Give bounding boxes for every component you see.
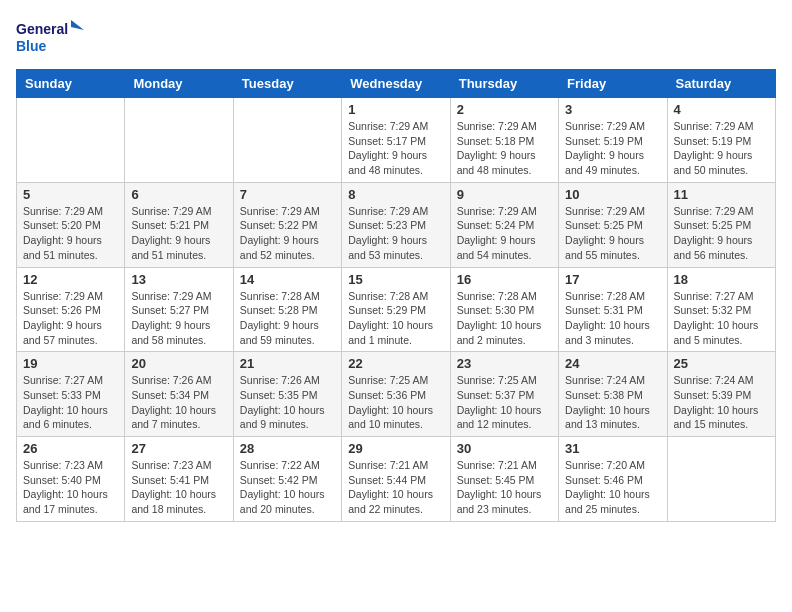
- day-number: 5: [23, 187, 118, 202]
- day-number: 15: [348, 272, 443, 287]
- day-info: Sunrise: 7:24 AM Sunset: 5:39 PM Dayligh…: [674, 373, 769, 432]
- day-number: 17: [565, 272, 660, 287]
- calendar-cell: 20Sunrise: 7:26 AM Sunset: 5:34 PM Dayli…: [125, 352, 233, 437]
- day-info: Sunrise: 7:21 AM Sunset: 5:44 PM Dayligh…: [348, 458, 443, 517]
- calendar-cell: 17Sunrise: 7:28 AM Sunset: 5:31 PM Dayli…: [559, 267, 667, 352]
- day-info: Sunrise: 7:29 AM Sunset: 5:26 PM Dayligh…: [23, 289, 118, 348]
- calendar-cell: 9Sunrise: 7:29 AM Sunset: 5:24 PM Daylig…: [450, 182, 558, 267]
- day-number: 19: [23, 356, 118, 371]
- calendar-cell: 6Sunrise: 7:29 AM Sunset: 5:21 PM Daylig…: [125, 182, 233, 267]
- calendar-cell: 23Sunrise: 7:25 AM Sunset: 5:37 PM Dayli…: [450, 352, 558, 437]
- day-info: Sunrise: 7:29 AM Sunset: 5:27 PM Dayligh…: [131, 289, 226, 348]
- day-info: Sunrise: 7:29 AM Sunset: 5:20 PM Dayligh…: [23, 204, 118, 263]
- calendar-cell: 2Sunrise: 7:29 AM Sunset: 5:18 PM Daylig…: [450, 98, 558, 183]
- calendar-cell: 28Sunrise: 7:22 AM Sunset: 5:42 PM Dayli…: [233, 437, 341, 522]
- calendar-cell: 13Sunrise: 7:29 AM Sunset: 5:27 PM Dayli…: [125, 267, 233, 352]
- day-info: Sunrise: 7:21 AM Sunset: 5:45 PM Dayligh…: [457, 458, 552, 517]
- weekday-sunday: Sunday: [17, 70, 125, 98]
- weekday-saturday: Saturday: [667, 70, 775, 98]
- day-number: 11: [674, 187, 769, 202]
- day-info: Sunrise: 7:29 AM Sunset: 5:18 PM Dayligh…: [457, 119, 552, 178]
- day-number: 2: [457, 102, 552, 117]
- day-info: Sunrise: 7:25 AM Sunset: 5:36 PM Dayligh…: [348, 373, 443, 432]
- day-info: Sunrise: 7:29 AM Sunset: 5:24 PM Dayligh…: [457, 204, 552, 263]
- calendar-cell: 8Sunrise: 7:29 AM Sunset: 5:23 PM Daylig…: [342, 182, 450, 267]
- day-info: Sunrise: 7:29 AM Sunset: 5:19 PM Dayligh…: [565, 119, 660, 178]
- calendar-cell: 16Sunrise: 7:28 AM Sunset: 5:30 PM Dayli…: [450, 267, 558, 352]
- calendar-cell: 24Sunrise: 7:24 AM Sunset: 5:38 PM Dayli…: [559, 352, 667, 437]
- day-info: Sunrise: 7:29 AM Sunset: 5:25 PM Dayligh…: [674, 204, 769, 263]
- day-number: 27: [131, 441, 226, 456]
- calendar-cell: 1Sunrise: 7:29 AM Sunset: 5:17 PM Daylig…: [342, 98, 450, 183]
- week-row-3: 12Sunrise: 7:29 AM Sunset: 5:26 PM Dayli…: [17, 267, 776, 352]
- day-info: Sunrise: 7:20 AM Sunset: 5:46 PM Dayligh…: [565, 458, 660, 517]
- weekday-tuesday: Tuesday: [233, 70, 341, 98]
- day-number: 28: [240, 441, 335, 456]
- calendar-cell: 5Sunrise: 7:29 AM Sunset: 5:20 PM Daylig…: [17, 182, 125, 267]
- calendar-cell: 29Sunrise: 7:21 AM Sunset: 5:44 PM Dayli…: [342, 437, 450, 522]
- day-info: Sunrise: 7:24 AM Sunset: 5:38 PM Dayligh…: [565, 373, 660, 432]
- day-info: Sunrise: 7:26 AM Sunset: 5:34 PM Dayligh…: [131, 373, 226, 432]
- weekday-wednesday: Wednesday: [342, 70, 450, 98]
- day-number: 16: [457, 272, 552, 287]
- week-row-1: 1Sunrise: 7:29 AM Sunset: 5:17 PM Daylig…: [17, 98, 776, 183]
- logo-svg: GeneralBlue: [16, 16, 86, 61]
- weekday-header-row: SundayMondayTuesdayWednesdayThursdayFrid…: [17, 70, 776, 98]
- day-number: 25: [674, 356, 769, 371]
- day-info: Sunrise: 7:22 AM Sunset: 5:42 PM Dayligh…: [240, 458, 335, 517]
- day-info: Sunrise: 7:27 AM Sunset: 5:32 PM Dayligh…: [674, 289, 769, 348]
- day-info: Sunrise: 7:29 AM Sunset: 5:22 PM Dayligh…: [240, 204, 335, 263]
- day-info: Sunrise: 7:23 AM Sunset: 5:40 PM Dayligh…: [23, 458, 118, 517]
- calendar-body: 1Sunrise: 7:29 AM Sunset: 5:17 PM Daylig…: [17, 98, 776, 522]
- day-info: Sunrise: 7:26 AM Sunset: 5:35 PM Dayligh…: [240, 373, 335, 432]
- day-number: 21: [240, 356, 335, 371]
- day-number: 24: [565, 356, 660, 371]
- calendar-table: SundayMondayTuesdayWednesdayThursdayFrid…: [16, 69, 776, 522]
- calendar-cell: 15Sunrise: 7:28 AM Sunset: 5:29 PM Dayli…: [342, 267, 450, 352]
- calendar-cell: [125, 98, 233, 183]
- calendar-cell: [667, 437, 775, 522]
- day-info: Sunrise: 7:28 AM Sunset: 5:30 PM Dayligh…: [457, 289, 552, 348]
- svg-text:Blue: Blue: [16, 38, 47, 54]
- weekday-monday: Monday: [125, 70, 233, 98]
- calendar-cell: 26Sunrise: 7:23 AM Sunset: 5:40 PM Dayli…: [17, 437, 125, 522]
- day-number: 12: [23, 272, 118, 287]
- day-info: Sunrise: 7:25 AM Sunset: 5:37 PM Dayligh…: [457, 373, 552, 432]
- day-number: 18: [674, 272, 769, 287]
- day-number: 13: [131, 272, 226, 287]
- day-number: 9: [457, 187, 552, 202]
- week-row-5: 26Sunrise: 7:23 AM Sunset: 5:40 PM Dayli…: [17, 437, 776, 522]
- day-info: Sunrise: 7:28 AM Sunset: 5:31 PM Dayligh…: [565, 289, 660, 348]
- calendar-cell: [233, 98, 341, 183]
- calendar-cell: 4Sunrise: 7:29 AM Sunset: 5:19 PM Daylig…: [667, 98, 775, 183]
- day-number: 10: [565, 187, 660, 202]
- week-row-4: 19Sunrise: 7:27 AM Sunset: 5:33 PM Dayli…: [17, 352, 776, 437]
- svg-text:General: General: [16, 21, 68, 37]
- day-info: Sunrise: 7:29 AM Sunset: 5:17 PM Dayligh…: [348, 119, 443, 178]
- calendar-cell: 31Sunrise: 7:20 AM Sunset: 5:46 PM Dayli…: [559, 437, 667, 522]
- day-number: 3: [565, 102, 660, 117]
- calendar-cell: 14Sunrise: 7:28 AM Sunset: 5:28 PM Dayli…: [233, 267, 341, 352]
- day-number: 26: [23, 441, 118, 456]
- calendar-cell: 11Sunrise: 7:29 AM Sunset: 5:25 PM Dayli…: [667, 182, 775, 267]
- day-info: Sunrise: 7:29 AM Sunset: 5:19 PM Dayligh…: [674, 119, 769, 178]
- day-info: Sunrise: 7:29 AM Sunset: 5:21 PM Dayligh…: [131, 204, 226, 263]
- calendar-cell: 19Sunrise: 7:27 AM Sunset: 5:33 PM Dayli…: [17, 352, 125, 437]
- calendar-cell: 10Sunrise: 7:29 AM Sunset: 5:25 PM Dayli…: [559, 182, 667, 267]
- logo: GeneralBlue: [16, 16, 86, 61]
- day-number: 14: [240, 272, 335, 287]
- calendar-cell: 21Sunrise: 7:26 AM Sunset: 5:35 PM Dayli…: [233, 352, 341, 437]
- calendar-header: SundayMondayTuesdayWednesdayThursdayFrid…: [17, 70, 776, 98]
- calendar-cell: 3Sunrise: 7:29 AM Sunset: 5:19 PM Daylig…: [559, 98, 667, 183]
- day-info: Sunrise: 7:29 AM Sunset: 5:25 PM Dayligh…: [565, 204, 660, 263]
- calendar-cell: 12Sunrise: 7:29 AM Sunset: 5:26 PM Dayli…: [17, 267, 125, 352]
- day-number: 1: [348, 102, 443, 117]
- weekday-friday: Friday: [559, 70, 667, 98]
- day-number: 7: [240, 187, 335, 202]
- calendar-cell: 25Sunrise: 7:24 AM Sunset: 5:39 PM Dayli…: [667, 352, 775, 437]
- day-number: 30: [457, 441, 552, 456]
- day-info: Sunrise: 7:23 AM Sunset: 5:41 PM Dayligh…: [131, 458, 226, 517]
- header: GeneralBlue: [16, 16, 776, 61]
- day-number: 29: [348, 441, 443, 456]
- day-info: Sunrise: 7:29 AM Sunset: 5:23 PM Dayligh…: [348, 204, 443, 263]
